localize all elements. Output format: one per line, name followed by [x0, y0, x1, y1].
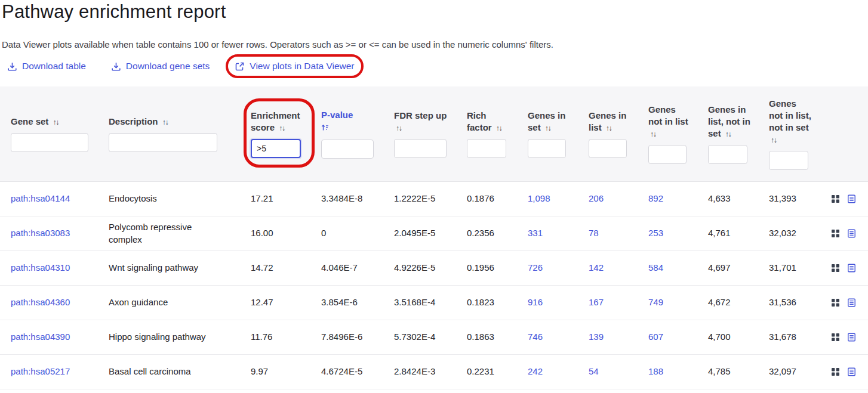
genes_not_in_list-link[interactable]: 253	[648, 228, 663, 238]
view-plots-label: View plots in Data Viewer	[250, 61, 354, 72]
sort-toggle-icon[interactable]: ↑↓	[496, 124, 502, 132]
filter-input-description[interactable]	[109, 133, 217, 152]
filter-input-enrichment_score[interactable]	[251, 139, 301, 158]
genes_in_list-link[interactable]: 54	[589, 366, 599, 376]
column-sort-button-gene_set[interactable]: Gene set ↑↓	[11, 116, 91, 128]
sort-toggle-icon[interactable]: ↑↓	[279, 124, 285, 132]
filter-input-genes_not_in_list_not_in_set[interactable]	[769, 151, 808, 170]
cell-gene_set: path:hsa04360	[0, 293, 98, 312]
genes_not_in_list_not_in_set-value: 31,678	[769, 332, 796, 342]
cell-enrichment_score: 12.47	[240, 293, 310, 312]
sort-toggle-icon[interactable]: ↑↓	[53, 118, 59, 126]
cell-rich_factor: 0.2356	[456, 224, 517, 243]
filter-input-genes_in_list[interactable]	[589, 139, 627, 158]
view-plot-grid-icon[interactable]	[831, 229, 840, 238]
genes_not_in_list-link[interactable]: 584	[648, 262, 663, 273]
fdr_step_up-value: 4.9226E-5	[394, 262, 435, 273]
genes_in_set-link[interactable]: 1,098	[528, 193, 550, 203]
genes_in_list-link[interactable]: 78	[589, 228, 599, 238]
cell-rich_factor: 0.1876	[456, 189, 517, 208]
rich_factor-value: 0.1823	[467, 297, 494, 307]
gene_set-link[interactable]: path:hsa04144	[11, 193, 70, 203]
cell-genes_in_list: 78	[578, 224, 638, 243]
sort-ascending-active-icon[interactable]	[321, 123, 376, 135]
view-details-document-icon[interactable]	[847, 367, 856, 376]
column-sort-button-rich_factor[interactable]: Rich factor ↑↓	[467, 110, 510, 134]
column-sort-button-genes_in_list_not_in_set[interactable]: Genes in list, not in set ↑↓	[708, 104, 751, 140]
genes_in_set-link[interactable]: 726	[528, 262, 543, 273]
download-gene-sets-link[interactable]: Download gene sets	[111, 61, 210, 72]
genes_in_list-link[interactable]: 142	[589, 262, 604, 273]
genes_not_in_list-link[interactable]: 892	[648, 193, 663, 203]
view-plot-grid-icon[interactable]	[831, 194, 840, 203]
view-details-document-icon[interactable]	[847, 229, 856, 238]
filter-input-gene_set[interactable]	[11, 133, 88, 152]
genes_in_list_not_in_set-value: 4,761	[708, 228, 731, 238]
view-plot-grid-icon[interactable]	[831, 333, 840, 342]
cell-description: Polycomb repressive complex	[98, 218, 240, 249]
p_value-value: 4.6724E-5	[321, 366, 362, 376]
genes_in_set-link[interactable]: 331	[528, 228, 543, 238]
column-sort-button-genes_not_in_list[interactable]: Genes not in list ↑↓	[648, 104, 690, 140]
filter-input-genes_in_set[interactable]	[528, 139, 566, 158]
column-sort-button-genes_in_set[interactable]: Genes in set ↑↓	[528, 110, 571, 134]
sort-toggle-icon[interactable]: ↑↓	[650, 130, 656, 138]
gene_set-link[interactable]: path:hsa05217	[11, 366, 70, 376]
genes_in_list-link[interactable]: 167	[589, 297, 604, 307]
sort-toggle-icon[interactable]: ↑↓	[545, 124, 551, 132]
cell-fdr_step_up: 2.8424E-3	[383, 362, 456, 381]
column-header-actions	[819, 86, 868, 181]
sort-toggle-icon[interactable]: ↑↓	[606, 124, 612, 132]
genes_in_set-link[interactable]: 916	[528, 297, 543, 307]
view-plots-link[interactable]: View plots in Data Viewer	[235, 61, 354, 72]
filter-input-p_value[interactable]	[321, 140, 374, 159]
row-actions	[819, 333, 868, 342]
column-sort-button-p_value[interactable]: P-value	[321, 109, 376, 135]
cell-fdr_step_up: 3.5168E-4	[383, 293, 456, 312]
genes_not_in_list-link[interactable]: 607	[648, 332, 663, 342]
view-details-document-icon[interactable]	[847, 333, 856, 342]
column-header-genes_not_in_list: Genes not in list ↑↓	[638, 86, 697, 181]
genes_in_set-link[interactable]: 746	[528, 332, 543, 342]
column-sort-button-fdr_step_up[interactable]: FDR step up ↑↓	[394, 110, 449, 134]
cell-fdr_step_up: 4.9226E-5	[383, 258, 456, 277]
view-details-document-icon[interactable]	[847, 194, 856, 203]
gene_set-link[interactable]: path:hsa04360	[11, 297, 70, 307]
column-sort-button-genes_in_list[interactable]: Genes in list ↑↓	[589, 110, 630, 134]
genes_in_list-link[interactable]: 139	[589, 332, 604, 342]
filter-input-genes_not_in_list[interactable]	[648, 145, 687, 164]
view-plot-grid-icon[interactable]	[831, 298, 840, 307]
p_value-value: 3.3484E-8	[321, 193, 362, 203]
gene_set-link[interactable]: path:hsa04310	[11, 262, 70, 273]
gene_set-link[interactable]: path:hsa04390	[11, 332, 70, 342]
sort-toggle-icon[interactable]: ↑↓	[771, 136, 777, 144]
cell-gene_set: path:hsa04310	[0, 258, 98, 277]
p_value-value: 0	[321, 228, 326, 238]
cell-genes_in_list_not_in_set: 4,785	[697, 362, 758, 381]
genes_in_list-link[interactable]: 206	[589, 193, 604, 203]
view-plot-grid-icon[interactable]	[831, 264, 840, 273]
download-table-link[interactable]: Download table	[7, 61, 86, 72]
view-details-document-icon[interactable]	[847, 298, 856, 307]
rich_factor-value: 0.1863	[467, 332, 494, 342]
cell-p_value: 3.3484E-8	[310, 189, 383, 208]
column-sort-button-genes_not_in_list_not_in_set[interactable]: Genes not in list, not in set ↑↓	[769, 98, 812, 146]
sort-toggle-icon[interactable]: ↑↓	[396, 124, 402, 132]
filter-input-genes_in_list_not_in_set[interactable]	[708, 145, 747, 164]
genes_in_set-link[interactable]: 242	[528, 366, 543, 376]
cell-description: Basal cell carcinoma	[98, 362, 240, 381]
column-sort-button-enrichment_score[interactable]: Enrichment score ↑↓	[251, 110, 303, 134]
genes_not_in_list-link[interactable]: 188	[648, 366, 663, 376]
genes_not_in_list-link[interactable]: 749	[648, 297, 663, 307]
view-details-document-icon[interactable]	[847, 264, 856, 273]
row-actions	[819, 298, 868, 307]
filter-input-fdr_step_up[interactable]	[394, 139, 447, 158]
sort-toggle-icon[interactable]: ↑↓	[725, 130, 731, 138]
view-plot-grid-icon[interactable]	[831, 367, 840, 376]
gene_set-link[interactable]: path:hsa03083	[11, 228, 70, 238]
sort-toggle-icon[interactable]: ↑↓	[162, 118, 168, 126]
cell-genes_in_list_not_in_set: 4,700	[697, 327, 758, 346]
p_value-value: 4.046E-7	[321, 262, 358, 273]
column-sort-button-description[interactable]: Description ↑↓	[109, 116, 233, 128]
filter-input-rich_factor[interactable]	[467, 139, 506, 158]
